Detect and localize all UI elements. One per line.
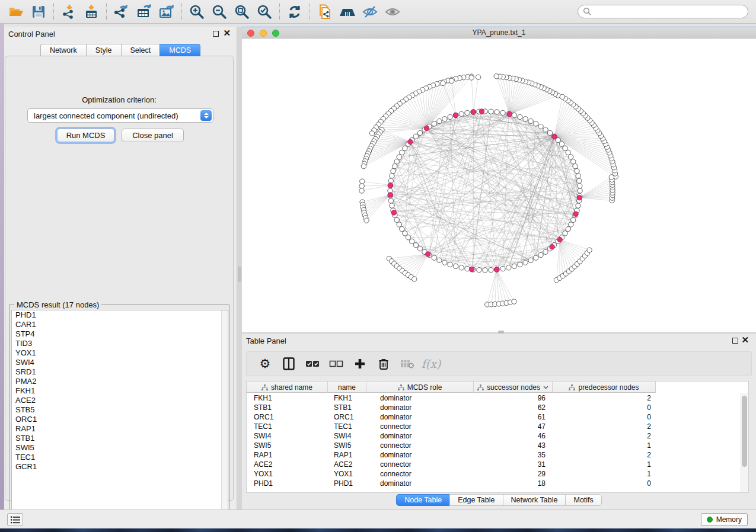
column-header-predecessor-nodes[interactable]: predecessor nodes [553, 382, 656, 393]
mcds-result-item[interactable]: STP4 [12, 329, 228, 339]
optimization-criterion-dropdown[interactable]: largest connected component (undirected) [27, 108, 213, 123]
cell-name[interactable]: SWI5 [328, 441, 366, 450]
import-network-icon[interactable] [58, 2, 80, 21]
cell-name[interactable]: PHD1 [328, 479, 366, 488]
tab-network[interactable]: Network [40, 44, 86, 56]
table-row[interactable]: RAP1RAP1dominator352 [247, 450, 656, 460]
cell-mcds_role[interactable]: dominator [366, 393, 474, 403]
vertical-splitter[interactable] [237, 27, 242, 509]
cell-mcds_role[interactable]: dominator [366, 431, 474, 441]
table-row[interactable]: YOX1YOX1connector291 [247, 469, 656, 479]
cell-mcds_role[interactable]: dominator [366, 403, 474, 412]
table-row[interactable]: STB1STB1dominator620 [247, 403, 656, 412]
cell-predecessor_nodes[interactable]: 0 [553, 412, 656, 422]
cell-predecessor_nodes[interactable]: 2 [553, 431, 656, 441]
cell-mcds_role[interactable]: dominator [366, 450, 474, 460]
tab-network-table[interactable]: Network Table [503, 494, 566, 506]
show-all-icon[interactable] [381, 2, 404, 21]
mcds-result-item[interactable]: TEC1 [12, 453, 228, 462]
cell-mcds_role[interactable]: connector [366, 460, 474, 469]
cell-successor_nodes[interactable]: 29 [474, 469, 553, 479]
tab-mcds[interactable]: MCDS [160, 44, 200, 56]
mcds-result-item[interactable]: YOX1 [12, 348, 228, 358]
cell-mcds_role[interactable]: dominator [366, 412, 474, 422]
delete-column-icon[interactable] [376, 356, 391, 371]
splitter-handle[interactable] [238, 267, 241, 282]
float-panel-icon[interactable] [213, 31, 219, 37]
cell-successor_nodes[interactable]: 18 [474, 479, 553, 488]
add-column-icon[interactable] [352, 356, 368, 371]
table-row[interactable]: SWI4SWI4dominator462 [247, 431, 656, 441]
new-network-from-selection-icon[interactable] [314, 2, 336, 21]
node-table[interactable]: shared namenameMCDS rolesuccessor nodesp… [246, 381, 749, 493]
network-canvas[interactable] [242, 39, 756, 333]
cell-shared_name[interactable]: SWI5 [247, 441, 328, 450]
tab-select[interactable]: Select [121, 44, 160, 56]
cell-successor_nodes[interactable]: 47 [474, 422, 553, 431]
function-builder-icon[interactable]: f(x) [423, 356, 439, 371]
zoom-out-icon[interactable] [208, 2, 231, 21]
zoom-in-icon[interactable] [186, 2, 208, 21]
table-scrollbar-thumb[interactable] [742, 396, 747, 467]
cell-mcds_role[interactable]: dominator [366, 479, 474, 488]
cell-name[interactable]: FKH1 [328, 393, 366, 403]
mcds-result-item[interactable]: SRD1 [12, 367, 228, 377]
close-mcds-panel-button[interactable]: Close panel [122, 129, 184, 142]
open-file-icon[interactable] [5, 2, 27, 21]
table-scrollbar[interactable] [741, 393, 748, 492]
column-header-successor-nodes[interactable]: successor nodes [474, 382, 553, 393]
cell-successor_nodes[interactable]: 31 [474, 460, 553, 469]
mcds-result-item[interactable]: PMA2 [12, 377, 228, 386]
cell-predecessor_nodes[interactable]: 1 [553, 441, 656, 450]
mcds-result-item[interactable]: STB1 [12, 434, 228, 443]
mcds-result-item[interactable]: TID3 [12, 339, 228, 348]
cell-shared_name[interactable]: FKH1 [247, 393, 328, 403]
network-window-titlebar[interactable]: YPA_prune.txt_1 [242, 27, 756, 39]
cell-predecessor_nodes[interactable]: 1 [553, 460, 656, 469]
cell-shared_name[interactable]: TEC1 [247, 422, 328, 431]
cell-predecessor_nodes[interactable]: 0 [553, 479, 656, 488]
export-network-icon[interactable] [110, 2, 133, 21]
cell-shared_name[interactable]: ORC1 [247, 412, 328, 422]
cell-predecessor_nodes[interactable]: 0 [553, 403, 656, 412]
hide-selection-icon[interactable] [359, 2, 381, 21]
mcds-result-item[interactable]: PHD1 [12, 310, 228, 320]
tab-style[interactable]: Style [86, 44, 121, 56]
zoom-fit-icon[interactable] [231, 2, 253, 21]
table-row[interactable]: ORC1ORC1dominator610 [247, 412, 656, 422]
search-input[interactable] [592, 6, 748, 17]
column-header-shared-name[interactable]: shared name [247, 382, 328, 393]
table-row[interactable]: SWI5SWI5connector431 [247, 441, 656, 450]
mcds-result-item[interactable]: CAR1 [12, 320, 228, 329]
run-mcds-button[interactable]: Run MCDS [57, 129, 114, 142]
select-all-icon[interactable] [305, 356, 320, 371]
cell-shared_name[interactable]: RAP1 [247, 450, 328, 460]
mcds-result-list[interactable]: PHD1CAR1STP4TID3YOX1SWI4SRD1PMA2FKH1ACE2… [11, 310, 228, 524]
search-box[interactable] [578, 5, 748, 18]
table-row[interactable]: PHD1PHD1dominator180 [247, 479, 656, 488]
task-history-button[interactable] [7, 513, 23, 526]
mcds-result-item[interactable]: ACE2 [12, 396, 228, 405]
cell-mcds_role[interactable]: connector [366, 469, 474, 479]
cell-mcds_role[interactable]: connector [366, 441, 474, 450]
cell-shared_name[interactable]: SWI4 [247, 431, 328, 441]
cell-predecessor_nodes[interactable]: 2 [553, 422, 656, 431]
cell-predecessor_nodes[interactable]: 1 [553, 469, 656, 479]
deselect-all-icon[interactable] [328, 356, 344, 371]
mcds-result-item[interactable]: STB5 [12, 405, 228, 415]
cell-successor_nodes[interactable]: 46 [474, 431, 553, 441]
refresh-icon[interactable] [283, 2, 306, 21]
table-row[interactable]: ACE2ACE2connector311 [247, 460, 656, 469]
mcds-result-item[interactable]: ORC1 [12, 415, 228, 424]
mcds-result-item[interactable]: FKH1 [12, 386, 228, 396]
cell-successor_nodes[interactable]: 96 [474, 393, 553, 403]
cell-name[interactable]: SWI4 [328, 431, 366, 441]
table-row[interactable]: FKH1FKH1dominator962 [247, 393, 656, 403]
column-header-MCDS-role[interactable]: MCDS role [366, 382, 474, 393]
cell-name[interactable]: RAP1 [328, 450, 366, 460]
memory-button[interactable]: Memory [701, 513, 748, 526]
cell-name[interactable]: ACE2 [328, 460, 366, 469]
cell-name[interactable]: STB1 [328, 403, 366, 412]
column-header-name[interactable]: name [328, 382, 366, 393]
cell-name[interactable]: ORC1 [328, 412, 366, 422]
